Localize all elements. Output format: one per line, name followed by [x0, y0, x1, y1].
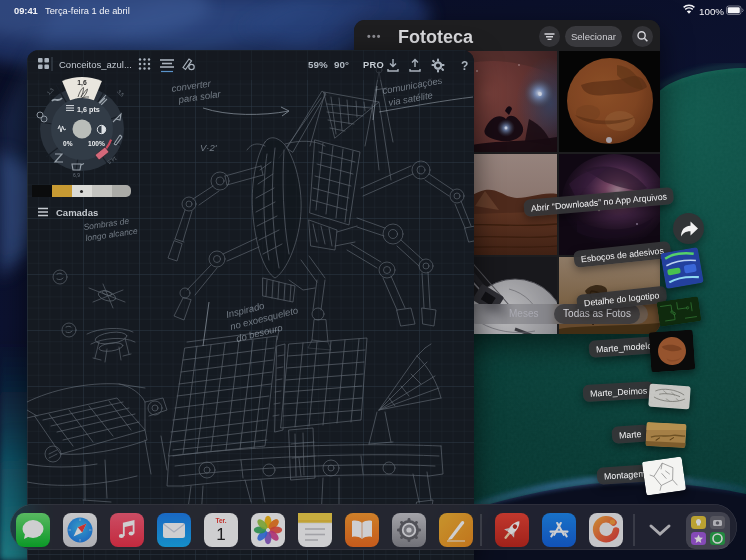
svg-text:Ter.: Ter. — [215, 517, 226, 524]
svg-text:1: 1 — [216, 525, 225, 544]
svg-text:1,6: 1,6 — [77, 79, 87, 87]
svg-text:?: ? — [461, 59, 468, 73]
svg-text:0%: 0% — [63, 140, 73, 147]
svg-text:V·2': V·2' — [200, 142, 218, 153]
svg-text:6,9: 6,9 — [73, 172, 80, 178]
svg-text:3,5: 3,5 — [116, 88, 125, 97]
svg-text:Conceitos_azul...: Conceitos_azul... — [59, 59, 132, 70]
svg-text:Camadas: Camadas — [56, 207, 98, 218]
svg-text:1,3: 1,3 — [45, 86, 54, 95]
svg-text:1,6 pts: 1,6 pts — [77, 105, 100, 114]
svg-text:100%: 100% — [699, 6, 724, 17]
svg-text:100%: 100% — [88, 140, 105, 147]
